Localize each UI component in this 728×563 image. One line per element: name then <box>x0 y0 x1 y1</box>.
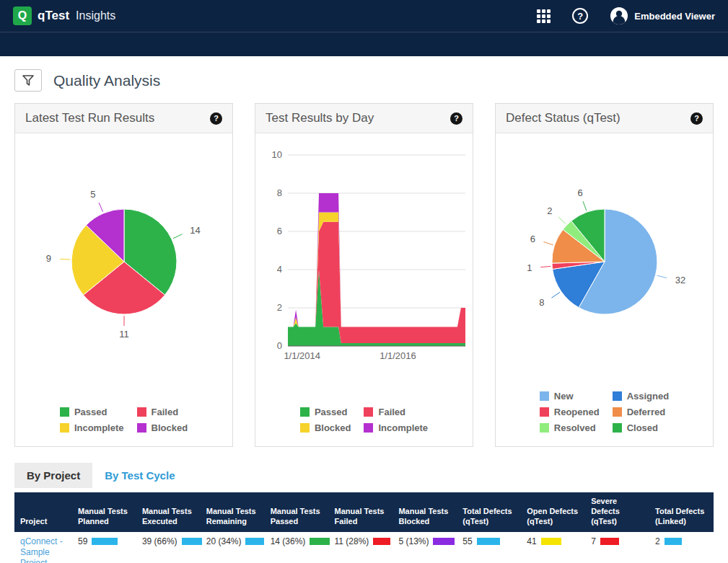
legend-item-new[interactable]: New <box>540 391 600 402</box>
legend-swatch <box>300 423 310 433</box>
project-metrics-table: ProjectManual Tests PlannedManual Tests … <box>14 492 714 563</box>
metric-value: 2 <box>655 536 660 546</box>
pie-value-label: 32 <box>675 275 685 285</box>
metric-value: 41 <box>527 536 536 546</box>
card-help-icon[interactable]: ? <box>690 112 703 125</box>
metric-cell: 2 <box>649 532 714 563</box>
pie-label-line <box>657 275 667 278</box>
metric-value: 39 (66%) <box>142 536 177 546</box>
metric-cell: 39 (66%) <box>136 532 201 563</box>
pie-value-label: 9 <box>45 253 51 264</box>
metric-bar <box>600 538 619 545</box>
legend-item-failed[interactable]: Failed <box>364 407 428 417</box>
y-tick-label: 0 <box>276 340 281 351</box>
area-series-incomplete[interactable] <box>288 193 465 327</box>
sub-navbar <box>0 32 728 56</box>
card-header: Latest Test Run Results ? <box>15 104 232 133</box>
metric-value: 11 (28%) <box>335 536 369 546</box>
card-header: Defect Status (qTest) ? <box>496 104 713 133</box>
legend-item-assigned[interactable]: Assigned <box>613 391 670 402</box>
legend-label: Assigned <box>627 391 670 402</box>
qtest-logo-letter: Q <box>18 9 27 22</box>
tab-by-test-cycle[interactable]: By Test Cycle <box>92 463 187 488</box>
legend-label: Deferred <box>627 407 665 417</box>
legend-item-closed[interactable]: Closed <box>613 422 670 433</box>
metric-value: 5 (13%) <box>398 536 429 546</box>
pie-value-label: 14 <box>190 225 200 236</box>
legend-item-deferred[interactable]: Deferred <box>613 407 670 417</box>
legend-item-blocked[interactable]: Blocked <box>300 422 351 433</box>
pie-chart-test-run-results[interactable]: 141195 <box>16 133 232 378</box>
help-icon[interactable]: ? <box>572 8 588 24</box>
metric-cell: 20 (34%) <box>201 532 265 563</box>
card-help-icon[interactable]: ? <box>210 112 222 125</box>
project-link[interactable]: qConnect - Sample Project <box>14 532 72 563</box>
area-series-failed[interactable] <box>288 222 465 343</box>
pie-label-line <box>551 292 560 298</box>
tab-by-project[interactable]: By Project <box>14 463 92 488</box>
legend-label: Passed <box>315 407 348 417</box>
metric-cell: 5 (13%) <box>392 532 457 563</box>
area-chart-results-by-day[interactable]: 02468101/1/20141/1/2016 <box>256 133 473 378</box>
pie-value-label: 8 <box>539 297 544 308</box>
pie-value-label: 6 <box>530 234 535 244</box>
pie-chart-defect-status[interactable]: 3281626 <box>496 133 713 378</box>
legend-item-passed[interactable]: Passed <box>60 407 124 417</box>
brand-name: qTest <box>38 9 69 23</box>
metric-cell: 55 <box>457 532 521 563</box>
legend-item-passed[interactable]: Passed <box>300 407 351 417</box>
column-header: Manual Tests Failed <box>329 492 393 532</box>
legend-label: Incomplete <box>74 422 124 433</box>
page-header: Quality Analysis <box>14 69 714 92</box>
legend-swatch <box>540 407 549 417</box>
top-navbar: Q qTest Insights ? Embedded Viewer <box>0 0 728 32</box>
legend-item-incomplete[interactable]: Incomplete <box>60 422 124 433</box>
y-tick-label: 2 <box>276 302 281 313</box>
card-title: Defect Status (qTest) <box>506 111 620 125</box>
card-defect-status: Defect Status (qTest) ? 3281626 NewAssig… <box>495 103 714 447</box>
column-header: Manual Tests Remaining <box>201 492 265 532</box>
metric-value: 7 <box>591 536 596 546</box>
table-row: qConnect - Sample Project5939 (66%)20 (3… <box>14 532 714 563</box>
apps-grid-icon[interactable] <box>537 9 551 23</box>
pie-label-line <box>172 234 182 239</box>
card-header: Test Results by Day ? <box>255 104 473 133</box>
legend-label: Reopened <box>554 407 600 417</box>
card-help-icon[interactable]: ? <box>450 112 462 125</box>
metric-cell: 59 <box>72 532 136 563</box>
y-tick-label: 10 <box>271 149 281 160</box>
metric-bar <box>541 538 561 545</box>
legend-swatch <box>364 407 373 417</box>
metric-bar <box>310 538 330 545</box>
legend-item-blocked[interactable]: Blocked <box>137 422 188 433</box>
legend-item-failed[interactable]: Failed <box>137 407 188 417</box>
legend-swatch <box>613 407 622 417</box>
qtest-logo[interactable]: Q <box>13 6 32 25</box>
legend-item-reopened[interactable]: Reopened <box>540 407 600 417</box>
legend-label: Incomplete <box>378 422 428 433</box>
metric-bar <box>92 538 118 545</box>
legend-item-resolved[interactable]: Resolved <box>540 422 600 433</box>
legend-label: Resolved <box>554 422 596 433</box>
y-tick-label: 6 <box>276 226 281 236</box>
legend-swatch <box>613 423 622 433</box>
metric-bar <box>665 538 682 545</box>
pie-value-label: 5 <box>90 189 95 200</box>
card-title: Test Results by Day <box>266 111 374 125</box>
filter-button[interactable] <box>14 69 42 92</box>
help-glyph: ? <box>577 11 583 22</box>
filter-funnel-icon <box>22 75 34 86</box>
legend-label: Failed <box>378 407 405 417</box>
metric-cell: 11 (28%) <box>329 532 393 563</box>
navbar-actions: ? Embedded Viewer <box>537 6 715 25</box>
metric-bar <box>245 538 264 545</box>
pie-label-line <box>540 266 551 267</box>
legend-label: Blocked <box>315 422 351 433</box>
pie-label-line <box>543 242 553 245</box>
legend-item-incomplete[interactable]: Incomplete <box>364 422 428 433</box>
column-header: Total Defects (Linked) <box>649 492 714 532</box>
pie-value-label: 11 <box>119 329 129 340</box>
user-menu[interactable]: Embedded Viewer <box>610 6 715 25</box>
user-avatar-icon <box>610 6 628 25</box>
legend-label: New <box>554 391 574 402</box>
